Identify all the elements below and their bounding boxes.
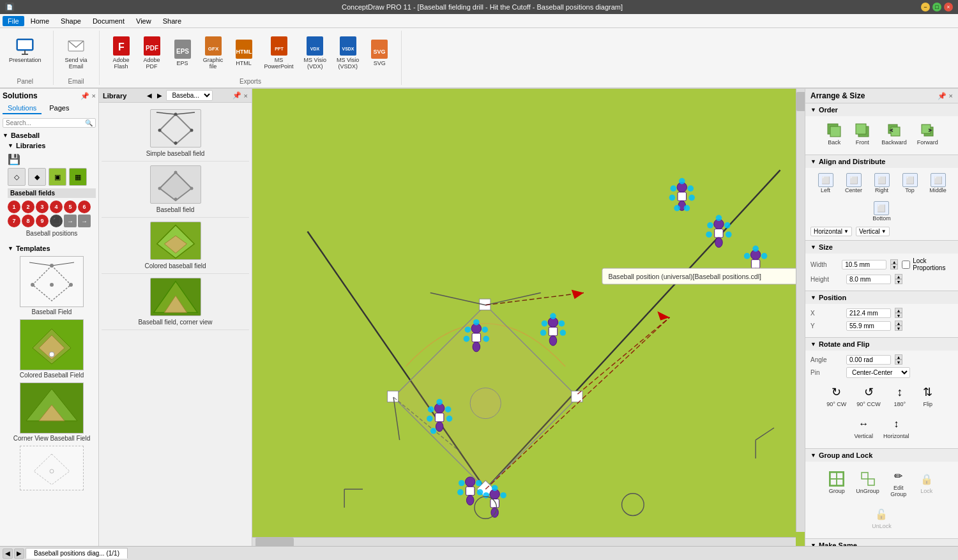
library-pin-button[interactable]: 📌 (232, 91, 241, 100)
num-6[interactable]: 6 (78, 201, 91, 213)
presentation-button[interactable]: Presentation (5, 33, 45, 66)
lib-item-corner-view[interactable]: Baseball field, corner view (102, 274, 249, 330)
template-baseball-field[interactable]: Baseball Field (8, 256, 96, 315)
unlock-button[interactable]: 🔓 UnLock (869, 504, 894, 531)
canvas-scrollbar-v[interactable] (796, 89, 805, 532)
ungroup-button[interactable]: UnGroup (853, 469, 882, 496)
distribute-horizontal-dropdown[interactable]: Horizontal ▼ (810, 227, 852, 236)
forward-button[interactable]: Forward (915, 120, 941, 147)
align-bottom-button[interactable]: ⬜ Bottom (870, 200, 893, 223)
y-decrement[interactable]: ▼ (895, 326, 902, 331)
num-5[interactable]: 5 (64, 201, 77, 213)
eps-button[interactable]: EPS EPS (169, 36, 197, 69)
num-8[interactable]: 8 (22, 215, 34, 227)
align-center-button[interactable]: ⬜ Center (842, 172, 865, 195)
libraries-header[interactable]: ▼ Libraries (8, 140, 96, 151)
num-1[interactable]: 1 (8, 201, 20, 213)
align-section-header[interactable]: ▼ Align and Distribute (805, 155, 958, 168)
menu-document[interactable]: Document (87, 16, 130, 26)
pin-select[interactable]: Center-Center (846, 367, 910, 378)
rotate-180-button[interactable]: ↕ 180° (888, 382, 911, 409)
arrow-badge-1[interactable]: → (64, 215, 77, 227)
lock-proportions-checkbox[interactable] (902, 261, 910, 269)
page-nav-prev[interactable]: ◀ (3, 549, 13, 559)
library-next-button[interactable]: ▶ (156, 92, 163, 99)
solutions-pin-button[interactable]: 📌 (80, 92, 89, 100)
num-pitcher[interactable]: ⬛ (50, 215, 63, 227)
rotate-ccw-button[interactable]: ↺ 90° CCW (854, 382, 883, 409)
num-3[interactable]: 3 (36, 201, 49, 213)
rotate-cw-button[interactable]: ↻ 90° CW (824, 382, 849, 409)
align-right-button[interactable]: ⬜ Right (871, 172, 893, 195)
templates-header[interactable]: ▼ Templates (8, 243, 96, 254)
make-same-header[interactable]: ▼ Make Same (805, 539, 958, 546)
template-placeholder[interactable] (8, 446, 96, 490)
flip-vertical-button[interactable]: ↔ Vertical (851, 414, 876, 441)
lib-item-simple-field[interactable]: Simple baseball field (102, 105, 249, 162)
template-corner-view[interactable]: Corner View Baseball Field (8, 382, 96, 442)
arrange-panel-pin-button[interactable]: 📌 (938, 92, 947, 100)
y-increment[interactable]: ▲ (895, 321, 902, 326)
height-increment[interactable]: ▲ (895, 274, 902, 279)
align-middle-button[interactable]: ⬜ Middle (927, 172, 950, 195)
group-section-header[interactable]: ▼ Group and Lock (805, 449, 958, 462)
send-email-button[interactable]: Send viaEmail (61, 33, 91, 72)
menu-view[interactable]: View (131, 16, 156, 26)
canvas-scrollbar-h[interactable] (252, 537, 796, 546)
adobe-pdf-button[interactable]: PDF AdobePDF (138, 33, 166, 72)
flip-horizontal-button[interactable]: ↕ Horizontal (881, 414, 912, 441)
menu-home[interactable]: Home (26, 16, 54, 26)
maximize-button[interactable]: □ (932, 3, 941, 11)
x-input[interactable] (846, 308, 891, 318)
num-7[interactable]: 7 (8, 215, 20, 227)
ms-visio-vdx-button[interactable]: VDX MS Visio(VDX) (300, 33, 330, 72)
menu-shape[interactable]: Shape (56, 16, 86, 26)
size-section-header[interactable]: ▼ Size (805, 241, 958, 254)
html-button[interactable]: HTML HTML (230, 36, 258, 69)
width-input[interactable] (842, 260, 886, 269)
adobe-flash-button[interactable]: F AdobeFlash (107, 33, 135, 72)
menu-share[interactable]: Share (158, 16, 186, 26)
num-9[interactable]: 9 (36, 215, 49, 227)
arrange-panel-close-button[interactable]: × (949, 92, 953, 100)
svg-button[interactable]: SVG SVG (365, 36, 393, 69)
search-input[interactable] (6, 119, 85, 126)
y-input[interactable] (846, 321, 891, 331)
x-increment[interactable]: ▲ (895, 308, 902, 313)
pages-tab[interactable]: Pages (44, 103, 74, 114)
library-prev-button[interactable]: ◀ (146, 92, 153, 99)
shape-icon-2[interactable]: ◆ (28, 168, 46, 186)
arrow-badge-2[interactable]: → (78, 215, 91, 227)
graphic-button[interactable]: GFX Graphicfile (199, 33, 227, 72)
canvas-area[interactable]: Baseball position (universal)[Baseball p… (252, 89, 805, 546)
shape-icon-3[interactable]: ▣ (49, 168, 66, 186)
template-colored-baseball-field[interactable]: Colored Baseball Field (8, 319, 96, 379)
shape-icon-4[interactable]: ▦ (69, 168, 87, 186)
angle-increment[interactable]: ▲ (895, 354, 902, 359)
num-4[interactable]: 4 (50, 201, 63, 213)
align-left-button[interactable]: ⬜ Left (814, 172, 837, 195)
num-2[interactable]: 2 (22, 201, 34, 213)
lib-item-colored-field[interactable]: Colored baseball field (102, 218, 249, 274)
height-decrement[interactable]: ▼ (895, 279, 902, 284)
width-decrement[interactable]: ▼ (890, 264, 898, 269)
baseball-section-header[interactable]: ▼ Baseball (3, 130, 96, 140)
ms-visio-vsdx-button[interactable]: VSDX MS Visio(VSDX) (333, 33, 363, 72)
lock-button[interactable]: 🔒 Lock (915, 469, 938, 496)
shape-icon-1[interactable]: ◇ (8, 168, 26, 186)
page-tab-1[interactable]: Baseball positions diag... (1/1) (26, 548, 128, 559)
lib-item-baseball-field[interactable]: Baseball field (102, 162, 249, 218)
angle-decrement[interactable]: ▼ (895, 359, 902, 365)
main-canvas[interactable]: Baseball position (universal)[Baseball p… (252, 89, 805, 546)
angle-input[interactable] (846, 355, 891, 365)
rotate-section-header[interactable]: ▼ Rotate and Flip (805, 338, 958, 351)
ms-ppt-button[interactable]: PPT MSPowerPoint (261, 33, 298, 72)
height-input[interactable] (846, 275, 891, 284)
library-dropdown[interactable]: Baseba... (166, 90, 213, 101)
position-section-header[interactable]: ▼ Position (805, 291, 958, 304)
back-button[interactable]: Back (823, 120, 846, 147)
backward-button[interactable]: Backward (879, 120, 909, 147)
menu-file[interactable]: File (3, 16, 24, 26)
edit-group-button[interactable]: ✏ EditGroup (887, 465, 910, 499)
page-nav-next[interactable]: ▶ (14, 549, 24, 559)
